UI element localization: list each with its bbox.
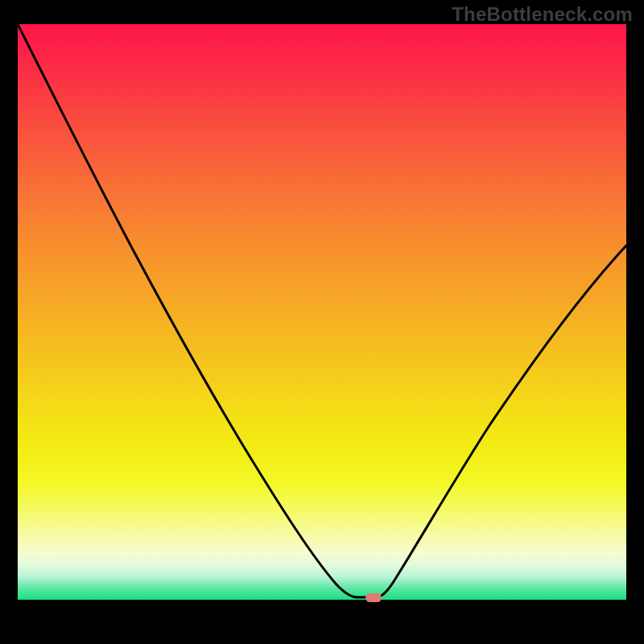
curve-path bbox=[18, 24, 626, 597]
chart-container: TheBottleneck.com bbox=[0, 0, 644, 644]
optimal-point-marker bbox=[365, 593, 382, 602]
axis-baseline-band bbox=[18, 600, 626, 626]
watermark-text: TheBottleneck.com bbox=[452, 3, 633, 26]
bottleneck-curve bbox=[18, 24, 626, 600]
plot-area bbox=[18, 24, 626, 626]
